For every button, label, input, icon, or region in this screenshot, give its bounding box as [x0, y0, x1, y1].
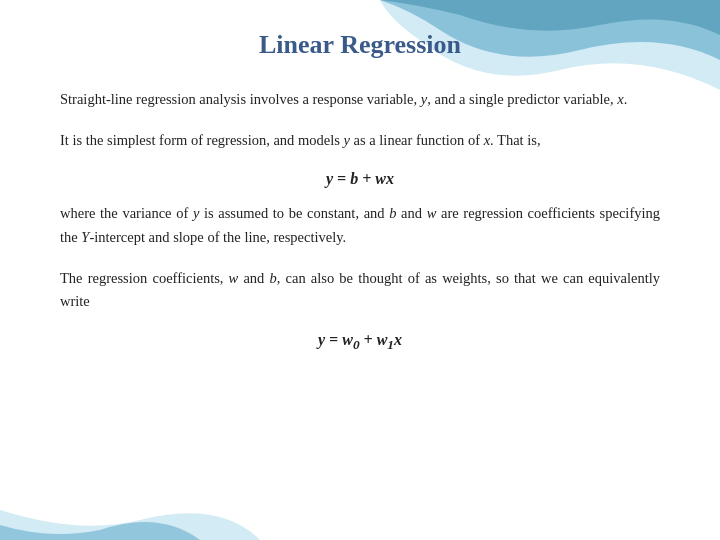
equation-2: y = w0 + w1x: [60, 331, 660, 353]
wave-bottom-decoration: [0, 480, 260, 540]
paragraph-3: where the variance of y is assumed to be…: [60, 202, 660, 248]
page-title: Linear Regression: [60, 30, 660, 60]
equation-1: y = b + wx: [60, 170, 660, 188]
paragraph-2: It is the simplest form of regression, a…: [60, 129, 660, 152]
paragraph-4: The regression coefficients, w and b, ca…: [60, 267, 660, 313]
paragraph-1: Straight-line regression analysis involv…: [60, 88, 660, 111]
